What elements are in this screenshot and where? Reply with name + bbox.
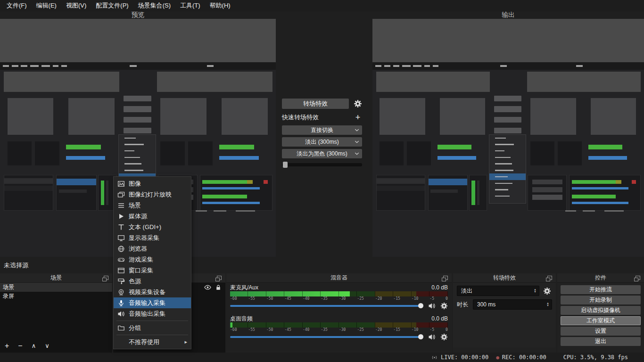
speaker-icon bbox=[117, 310, 125, 318]
quick-transition-list: 直接切换淡出 (300ms)淡出为黑色 (300ms) bbox=[282, 125, 362, 158]
menu-item-color[interactable]: 色源 bbox=[114, 276, 191, 287]
spinner-arrows-icon[interactable]: ▲▼ bbox=[534, 288, 537, 293]
menu-file[interactable]: 文件(F) bbox=[2, 0, 32, 11]
menu-scene-collection[interactable]: 场景集合(S) bbox=[133, 0, 175, 11]
scenes-list: 场景录屏 bbox=[0, 283, 112, 301]
remove-scene-button[interactable]: − bbox=[18, 340, 22, 352]
move-scene-down-button[interactable]: ∨ bbox=[45, 340, 50, 352]
add-scene-button[interactable]: + bbox=[5, 340, 9, 352]
mixer-dock-title: 混音器 bbox=[330, 274, 347, 282]
dock-popout-icon[interactable] bbox=[443, 276, 448, 280]
menu-item-text[interactable]: 文本 (GDI+) bbox=[114, 222, 191, 232]
menu-item-deprecated[interactable]: 不推荐使用▸ bbox=[114, 337, 191, 347]
chevron-down-icon bbox=[355, 152, 359, 155]
volume-slider[interactable] bbox=[230, 336, 423, 338]
transition-button[interactable]: 转场特效 bbox=[282, 99, 349, 109]
menu-item-slideshow[interactable]: 图像幻灯片放映 bbox=[114, 189, 191, 200]
slideshow-icon bbox=[117, 191, 125, 198]
volume-slider-knob[interactable] bbox=[418, 303, 423, 308]
menu-item-scene[interactable]: 场景 bbox=[114, 200, 191, 211]
live-time: LIVE: 00:00:00 bbox=[441, 354, 488, 361]
chevron-down-icon bbox=[355, 140, 359, 143]
volume-slider-knob[interactable] bbox=[418, 334, 423, 339]
exit-button[interactable]: 退出 bbox=[561, 337, 641, 346]
menu-item-window[interactable]: 窗口采集 bbox=[114, 265, 191, 276]
dock-popout-icon[interactable] bbox=[547, 276, 552, 280]
rec-time: REC: 00:00:00 bbox=[502, 354, 546, 361]
menu-item-media[interactable]: 媒体源 bbox=[114, 211, 191, 222]
menu-item-display[interactable]: 显示器采集 bbox=[114, 232, 191, 243]
chevron-down-icon bbox=[355, 129, 359, 132]
quick-transition-fade-to-black[interactable]: 淡出为黑色 (300ms) bbox=[282, 149, 362, 158]
menu-item-image[interactable]: 图像 bbox=[114, 178, 191, 189]
folder-icon bbox=[117, 324, 125, 332]
menu-separator bbox=[116, 335, 188, 335]
studio-mode-button[interactable]: 工作室模式 bbox=[561, 316, 641, 325]
menu-edit[interactable]: 编辑(E) bbox=[32, 0, 61, 11]
window-icon bbox=[117, 267, 125, 274]
settings-button[interactable]: 设置 bbox=[561, 327, 641, 336]
duration-spinbox[interactable]: 300 ms ▲▼ bbox=[473, 299, 552, 310]
transitions-dock: 转场特效 淡出 ▲▼ 时长 300 ms ▲▼ bbox=[453, 273, 556, 353]
add-quick-transition-icon[interactable]: + bbox=[354, 113, 362, 122]
volume-slider[interactable] bbox=[230, 305, 423, 307]
menu-profile[interactable]: 配置文件(P) bbox=[91, 0, 133, 11]
scene-item[interactable]: 录屏 bbox=[0, 292, 112, 301]
start-recording-button[interactable]: 开始录制 bbox=[561, 296, 641, 304]
dock-popout-icon[interactable] bbox=[636, 276, 640, 280]
menubar: 文件(F)编辑(E)视图(V)配置文件(P)场景集合(S)工具(T)帮助(H) bbox=[0, 0, 644, 11]
transition-gear-icon[interactable] bbox=[543, 287, 551, 295]
controls-dock: 控件 开始推流开始录制启动虚拟摄像机工作室模式设置退出 bbox=[557, 273, 644, 353]
quick-transition-fade[interactable]: 淡出 (300ms) bbox=[282, 137, 362, 147]
move-scene-up-button[interactable]: ∧ bbox=[32, 340, 36, 352]
start-streaming-button[interactable]: 开始推流 bbox=[561, 285, 641, 294]
lock-icon[interactable] bbox=[216, 285, 221, 290]
visibility-eye-icon[interactable] bbox=[204, 285, 211, 290]
speaker-mute-icon[interactable] bbox=[428, 333, 436, 341]
menu-help[interactable]: 帮助(H) bbox=[205, 0, 235, 11]
channel-gear-icon[interactable] bbox=[440, 333, 448, 341]
scenes-toolbar: + − ∧ ∨ bbox=[0, 340, 50, 352]
menu-separator bbox=[116, 321, 188, 321]
spinner-arrows-icon[interactable]: ▲▼ bbox=[546, 302, 549, 307]
display-icon bbox=[117, 234, 125, 242]
output-canvas-screen-capture[interactable] bbox=[372, 19, 644, 257]
browser-icon bbox=[117, 245, 125, 253]
menu-item-folder[interactable]: 分组 bbox=[114, 322, 191, 333]
transitions-dock-title: 转场特效 bbox=[493, 274, 516, 282]
mixer-channel-db: 0.0 dB bbox=[431, 284, 448, 291]
duration-label: 时长 bbox=[457, 301, 469, 309]
transition-select-value: 淡出 bbox=[461, 287, 472, 295]
menu-item-speaker[interactable]: 音频输出采集 bbox=[114, 308, 191, 319]
transition-select[interactable]: 淡出 ▲▼ bbox=[457, 286, 539, 296]
mixer-channels: 麦克风/Aux0.0 dB-60-55-50-45-40-35-30-25-20… bbox=[226, 283, 452, 351]
no-source-selected-text: 未选择源 bbox=[4, 261, 28, 270]
dock-popout-icon[interactable] bbox=[217, 276, 222, 280]
menu-tools[interactable]: 工具(T) bbox=[175, 0, 205, 11]
quick-transition-cut[interactable]: 直接切换 bbox=[282, 125, 362, 135]
menu-item-mic[interactable]: 音频输入采集 bbox=[114, 297, 191, 308]
rec-indicator-icon: ● bbox=[496, 354, 499, 361]
menu-item-game[interactable]: 游戏采集 bbox=[114, 254, 191, 265]
mixer-channel-name: 桌面音频 bbox=[230, 315, 253, 322]
speaker-mute-icon[interactable] bbox=[428, 302, 436, 310]
meter-scale: -60-55-50-45-40-35-30-25-20-15-10-50 bbox=[230, 296, 448, 301]
mixer-dock: 混音器 麦克风/Aux0.0 dB-60-55-50-45-40-35-30-2… bbox=[226, 273, 452, 353]
menu-item-browser[interactable]: 浏览器 bbox=[114, 243, 191, 254]
dock-popout-icon[interactable] bbox=[104, 276, 108, 280]
transition-settings-gear-icon[interactable] bbox=[354, 99, 362, 108]
start-virtual-camera-button[interactable]: 启动虚拟摄像机 bbox=[561, 306, 641, 315]
camera-icon bbox=[117, 288, 125, 296]
submenu-arrow-icon: ▸ bbox=[184, 339, 187, 345]
mixer-channel: 麦克风/Aux0.0 dB-60-55-50-45-40-35-30-25-20… bbox=[230, 284, 448, 310]
menu-item-camera[interactable]: 视频采集设备 bbox=[114, 287, 191, 297]
output-label: 输出 bbox=[372, 11, 644, 19]
channel-gear-icon[interactable] bbox=[440, 302, 448, 310]
transition-slider[interactable] bbox=[282, 163, 362, 166]
add-source-menu: 图像图像幻灯片放映场景媒体源文本 (GDI+)显示器采集浏览器游戏采集窗口采集色… bbox=[113, 176, 191, 349]
mixer-channel-db: 0.0 dB bbox=[431, 315, 448, 322]
menu-view[interactable]: 视图(V) bbox=[61, 0, 91, 11]
transition-slider-handle[interactable] bbox=[283, 162, 288, 168]
scene-item[interactable]: 场景 bbox=[0, 283, 112, 292]
transition-controls: 转场特效 快速转场特效 + 直接切换淡出 (300ms)淡出为黑色 (300ms… bbox=[282, 99, 362, 166]
